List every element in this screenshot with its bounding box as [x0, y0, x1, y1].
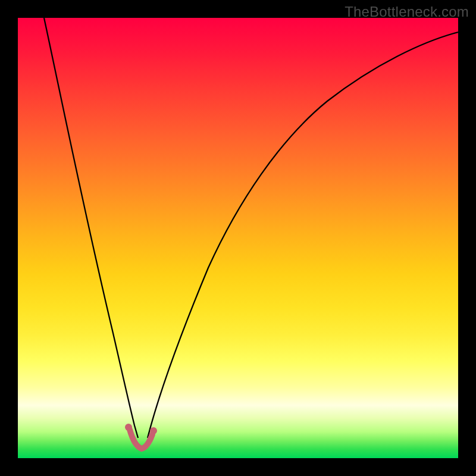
watermark-text: TheBottleneck.com	[345, 4, 469, 20]
chart-frame: TheBottleneck.com	[0, 0, 476, 476]
plot-background-gradient	[18, 18, 458, 458]
